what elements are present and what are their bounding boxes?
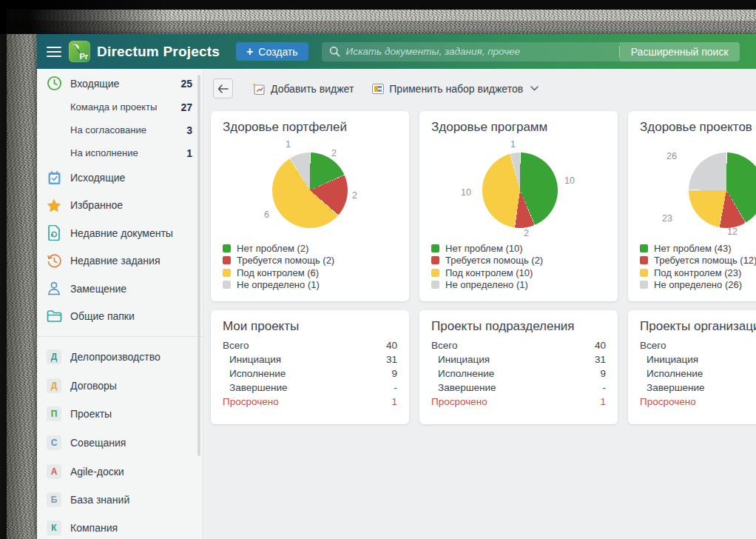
stat-row: Просрочено (640, 395, 756, 409)
pie-slice-value-label: 2 (331, 148, 337, 158)
pie-slice-value-label: 10 (461, 187, 471, 198)
back-button[interactable] (213, 78, 233, 98)
sidebar-item-label: Замещение (70, 283, 192, 295)
sidebar-module-item[interactable]: ББаза знаний (37, 486, 203, 514)
legend-color-swatch (223, 244, 231, 252)
legend-item: Не определено (1) (431, 279, 543, 292)
advanced-search-button[interactable]: Расширенный поиск (620, 42, 740, 61)
pie-chart[interactable] (689, 153, 756, 228)
sidebar-scrollbar[interactable] (198, 75, 200, 456)
stat-row-label: Инициация (640, 354, 756, 365)
sidebar-item-label: На исполнение (70, 147, 186, 158)
sidebar-item[interactable]: Недавние задания (37, 247, 203, 275)
stat-row: Всего40 (223, 338, 397, 352)
module-letter-badge: Д (46, 349, 62, 365)
sidebar-item[interactable]: Команда и проекты27 (37, 96, 203, 118)
app-title: Directum Projects (97, 44, 220, 60)
plus-icon: + (246, 46, 253, 58)
pie-chart[interactable] (482, 153, 558, 228)
pie-slice-value-label: 1 (510, 139, 516, 150)
legend-color-swatch (640, 244, 648, 252)
stat-row: Инициация31 (223, 352, 397, 366)
pie-chart[interactable] (272, 153, 348, 228)
sidebar-module-item[interactable]: ДДелопроизводство (37, 343, 203, 371)
stat-widget-card[interactable]: Проекты подразделенияВсего40Инициация31И… (419, 310, 618, 424)
sidebar-item[interactable]: На исполнение1 (37, 141, 203, 164)
person-icon (46, 281, 62, 297)
pie-widget-card[interactable]: Здоровье программ102101Нет проблем (10)Т… (419, 111, 618, 301)
stat-widget-card[interactable]: Проекты организацииВсегоИнициацияИсполне… (628, 310, 756, 424)
legend-color-swatch (223, 281, 231, 289)
sidebar-item-label: Недавние задания (70, 255, 192, 267)
sidebar-item-label: Команда и проекты (70, 101, 180, 113)
widget-title: Мои проекты (223, 319, 299, 334)
apply-widget-set-button[interactable]: Применить набор виджетов (372, 83, 539, 95)
sidebar-module-item[interactable]: ССовещания (37, 428, 203, 457)
legend-item: Под контролем (10) (431, 267, 543, 279)
legend-label: Не определено (1) (445, 279, 528, 290)
back-arrow-icon (217, 84, 229, 93)
dashboard-toolbar: Добавить виджет Применить набор виджетов (213, 78, 539, 98)
stat-row: Завершение (640, 381, 756, 395)
stat-row-value: 1 (391, 396, 397, 407)
pie-legend: Нет проблем (10)Требуется помощь (2)Под … (431, 242, 543, 291)
stat-row: Завершение- (431, 381, 606, 395)
sidebar-item[interactable]: Исходящие (37, 164, 203, 191)
add-widget-button[interactable]: Добавить виджет (252, 82, 354, 96)
pie-slice-value-label: 2 (524, 228, 529, 238)
sidebar-item[interactable]: Недавние документы (37, 219, 203, 247)
legend-item: Под контролем (6) (223, 267, 334, 279)
sidebar-module-item[interactable]: ДДоговоры (37, 371, 203, 400)
sidebar: Входящие25Команда и проекты27На согласов… (37, 69, 203, 539)
sidebar-item[interactable]: Замещение (37, 275, 203, 302)
recent-tasks-icon (46, 252, 62, 269)
stat-row: Инициация (640, 352, 756, 366)
sidebar-module-item[interactable]: AAgile-доски (37, 457, 203, 486)
sidebar-item[interactable]: На согласование3 (37, 118, 203, 141)
legend-label: Нет проблем (43) (654, 243, 732, 254)
stat-widget-card[interactable]: Мои проектыВсего40Инициация31Исполнение9… (211, 310, 409, 424)
pie-slice-value-label: 23 (662, 213, 672, 224)
sidebar-item[interactable]: Избранное (37, 191, 203, 219)
create-button[interactable]: + Создать (236, 42, 308, 61)
sidebar-item-label: Agile-доски (70, 466, 192, 478)
hamburger-menu-icon[interactable] (47, 47, 61, 57)
frame-left-fade (0, 34, 37, 539)
pie-widget-card[interactable]: Здоровье портфелей2261Нет проблем (2)Тре… (211, 111, 409, 301)
legend-label: Не определено (26) (654, 279, 742, 290)
stat-rows: Всего40Инициация31Исполнение9Завершение-… (223, 338, 397, 409)
widget-title: Здоровье программ (431, 120, 547, 135)
legend-color-swatch (431, 269, 439, 277)
stat-row-label: Всего (223, 340, 386, 351)
sidebar-item[interactable]: Входящие25 (37, 71, 203, 96)
inbox-clock-icon (46, 76, 62, 92)
stat-row-value: - (394, 382, 398, 393)
stat-row-value: 31 (595, 354, 606, 365)
stat-row: Просрочено1 (431, 395, 606, 409)
sidebar-item-label: Совещания (70, 437, 192, 449)
module-letter-badge: П (46, 406, 62, 422)
legend-color-swatch (431, 281, 439, 289)
sidebar-item-label: Общие папки (70, 310, 192, 322)
pie-legend: Нет проблем (43)Требуется помощь (12)Под… (640, 242, 756, 291)
stat-row-value: 9 (391, 368, 397, 379)
legend-color-swatch (640, 269, 648, 277)
legend-label: Требуется помощь (2) (445, 255, 543, 266)
sidebar-module-item[interactable]: ККомпания (37, 514, 203, 539)
sidebar-module-item[interactable]: ППроекты (37, 400, 203, 428)
legend-color-swatch (431, 256, 439, 264)
pie-widget-card[interactable]: Здоровье проектов43122326Нет проблем (43… (628, 111, 756, 301)
search-bar[interactable]: Искать документы, задания, прочее Расшир… (322, 42, 740, 61)
app-logo[interactable]: Pr (69, 41, 90, 62)
legend-item: Требуется помощь (12) (640, 255, 756, 267)
legend-label: Не определено (1) (237, 279, 320, 290)
sidebar-item[interactable]: Общие папки (37, 302, 203, 330)
sidebar-item-label: Входящие (70, 78, 180, 90)
stat-row-value: 40 (386, 340, 397, 351)
stat-row: Исполнение (640, 366, 756, 381)
stat-rows: ВсегоИнициацияИсполнениеЗавершениеПросро… (640, 338, 756, 409)
stat-row: Просрочено1 (223, 395, 397, 409)
app-window: Pr Directum Projects + Создать Искать до… (37, 34, 756, 539)
module-letter-badge: С (46, 435, 62, 451)
stat-rows: Всего40Инициация31Исполнение9Завершение-… (431, 338, 606, 409)
